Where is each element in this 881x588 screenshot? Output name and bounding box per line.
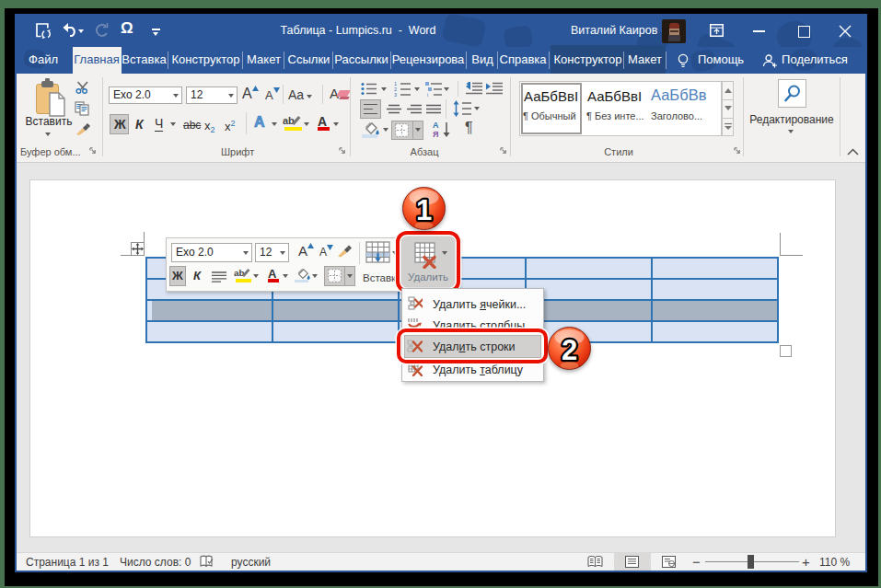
svg-text:Я: Я — [433, 130, 438, 138]
svg-text:i: i — [427, 92, 428, 97]
svg-text:ab: ab — [234, 268, 245, 278]
svg-text:3: 3 — [394, 92, 397, 97]
svg-text:А: А — [433, 121, 439, 130]
svg-text:2: 2 — [562, 334, 577, 366]
svg-text:1: 1 — [416, 194, 432, 226]
svg-text:ab: ab — [283, 115, 295, 126]
